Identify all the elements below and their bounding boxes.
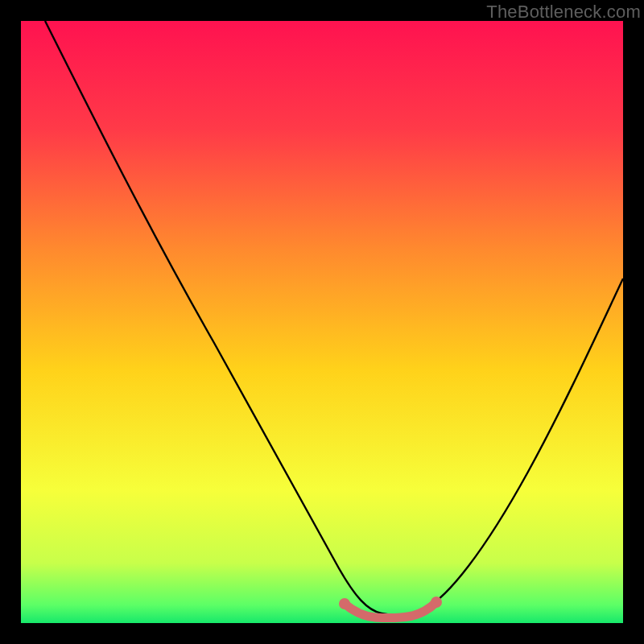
chart-frame [21,21,623,623]
highlight-dot-right [431,597,442,608]
highlight-band [345,602,436,618]
curve-line [45,21,623,615]
chart-overlay [21,21,623,623]
highlight-dot-left [339,598,350,609]
watermark-text: TheBottleneck.com [486,2,641,23]
